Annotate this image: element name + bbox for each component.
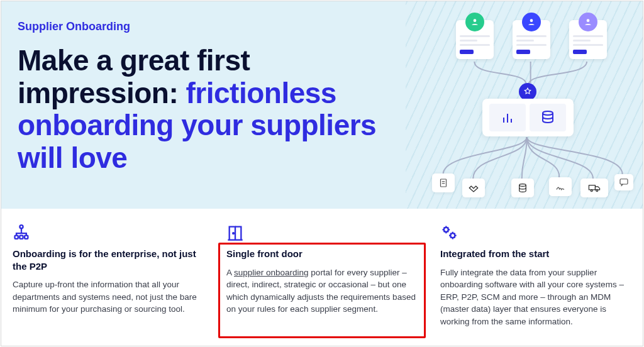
bar-chart-icon (489, 104, 526, 131)
truck-icon (580, 179, 608, 197)
svg-point-0 (473, 19, 476, 22)
svg-point-10 (519, 184, 526, 187)
hero-section: Supplier Onboarding Make a great first i… (1, 1, 643, 209)
supplier-onboarding-link[interactable]: supplier onboarding (234, 268, 309, 277)
svg-point-2 (586, 19, 589, 22)
svg-point-13 (596, 190, 597, 192)
svg-rect-14 (620, 179, 628, 184)
signature-icon (549, 177, 572, 196)
door-icon (226, 219, 418, 241)
avatar-icon (579, 13, 597, 31)
svg-point-19 (233, 233, 234, 234)
svg-rect-18 (25, 236, 28, 239)
illustration-layer (406, 1, 643, 209)
feature-title: Onboarding is for the enterprise, not ju… (13, 248, 204, 272)
eyebrow-label: Supplier Onboarding (18, 20, 393, 33)
feature-title: Integrated from the start (440, 248, 631, 260)
svg-point-15 (19, 225, 23, 228)
svg-rect-11 (589, 185, 595, 190)
page: Supplier Onboarding Make a great first i… (1, 1, 643, 346)
supplier-card-2 (513, 20, 550, 59)
svg-point-12 (591, 190, 592, 192)
feature-enterprise: Onboarding is for the enterprise, not ju… (1, 209, 215, 346)
chat-icon (614, 174, 633, 190)
feature-title: Single front door (226, 248, 418, 260)
feature-integrated: Integrated from the start Fully integrat… (429, 209, 643, 346)
org-tree-icon (13, 219, 204, 241)
feature-body: Capture up-front the information that al… (13, 278, 204, 316)
hero-text: Supplier Onboarding Make a great first i… (1, 1, 406, 209)
dashboard-card (482, 99, 574, 136)
svg-point-6 (543, 111, 553, 115)
svg-rect-7 (440, 179, 446, 187)
database-small-icon (511, 179, 534, 197)
feature-single-door: Single front door A supplier onboarding … (215, 209, 429, 346)
svg-point-1 (530, 19, 533, 22)
avatar-icon (522, 13, 541, 31)
handshake-icon (462, 179, 485, 197)
hero-headline: Make a great first impression: frictionl… (18, 45, 393, 174)
database-icon (530, 104, 566, 131)
svg-rect-16 (15, 236, 18, 239)
hub-node-icon (519, 83, 536, 101)
avatar-icon (465, 13, 484, 31)
supplier-card-1 (456, 20, 494, 59)
features-row: Onboarding is for the enterprise, not ju… (1, 209, 643, 346)
feature-body: Fully integrate the data from your suppl… (440, 267, 631, 328)
supplier-card-3 (569, 20, 607, 59)
feature-body: A supplier onboarding portal for every s… (226, 267, 418, 316)
hero-illustration (406, 1, 643, 209)
svg-rect-17 (19, 236, 23, 239)
gears-icon (440, 219, 631, 241)
doc-icon (432, 174, 455, 192)
